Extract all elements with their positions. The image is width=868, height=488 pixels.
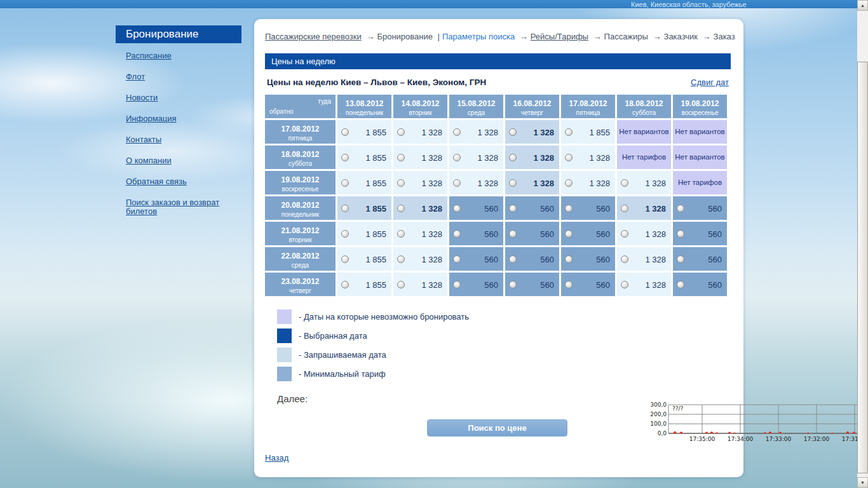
sidebar-item-7[interactable]: Поиск заказов и возврат билетов [126, 198, 237, 216]
price-radio[interactable] [341, 128, 349, 136]
price-cell[interactable]: 1 328 [393, 171, 447, 194]
back-link[interactable]: Назад [265, 453, 288, 463]
price-radio[interactable] [565, 205, 573, 212]
price-radio[interactable] [565, 128, 573, 136]
price-radio[interactable] [677, 281, 684, 288]
price-cell[interactable]: 560 [449, 247, 503, 271]
price-cell[interactable]: 560 [449, 273, 503, 296]
price-cell[interactable]: 1 328 [393, 247, 447, 271]
price-radio[interactable] [341, 179, 349, 187]
price-cell[interactable]: 1 328 [617, 247, 671, 271]
price-cell[interactable]: 1 855 [337, 247, 391, 271]
breadcrumb-segment-0[interactable]: Пассажирские перевозки [265, 32, 362, 41]
price-radio[interactable] [397, 179, 405, 187]
price-cell[interactable]: 1 328 [393, 273, 447, 296]
sidebar-item-4[interactable]: Контакты [126, 135, 237, 144]
price-cell[interactable]: 560 [561, 222, 615, 245]
price-cell[interactable]: 560 [505, 247, 559, 271]
price-cell[interactable]: 560 [561, 247, 615, 271]
price-radio[interactable] [397, 128, 405, 136]
price-cell[interactable]: 1 328 [449, 146, 503, 169]
price-cell[interactable]: 560 [561, 273, 615, 296]
search-by-price-button[interactable]: Поиск по цене [427, 419, 567, 437]
price-radio[interactable] [621, 255, 628, 263]
price-cell[interactable]: 1 855 [337, 120, 391, 144]
price-radio[interactable] [621, 281, 628, 288]
scrollbar-thumb[interactable] [857, 62, 868, 473]
price-radio[interactable] [341, 230, 349, 238]
price-cell[interactable]: 1 328 [393, 222, 447, 245]
price-radio[interactable] [565, 154, 573, 161]
price-cell[interactable]: 1 328 [617, 196, 671, 220]
price-radio[interactable] [677, 230, 684, 238]
price-radio[interactable] [565, 281, 573, 288]
price-radio[interactable] [453, 281, 461, 288]
price-radio[interactable] [341, 154, 349, 161]
price-cell[interactable]: 560 [673, 222, 727, 245]
price-radio[interactable] [341, 281, 349, 288]
price-cell[interactable]: 560 [505, 273, 559, 296]
price-radio[interactable] [565, 179, 573, 187]
price-radio[interactable] [677, 205, 684, 212]
price-cell[interactable]: 1 328 [561, 171, 615, 194]
price-radio[interactable] [565, 255, 573, 263]
price-cell[interactable]: 1 855 [561, 120, 615, 144]
price-radio[interactable] [453, 255, 461, 263]
price-radio[interactable] [621, 205, 628, 212]
price-cell[interactable]: 560 [561, 196, 615, 220]
scrollbar-down-button[interactable]: ▼ [857, 477, 868, 488]
price-cell[interactable]: 560 [673, 196, 727, 220]
price-cell[interactable]: 1 328 [393, 196, 447, 220]
price-radio[interactable] [341, 255, 349, 263]
price-cell[interactable]: 560 [505, 222, 559, 245]
sidebar-item-2[interactable]: Новости [126, 93, 237, 102]
price-cell[interactable]: 1 328 [561, 146, 615, 169]
price-radio[interactable] [341, 205, 349, 212]
price-cell[interactable]: 1 855 [337, 146, 391, 169]
scrollbar-up-button[interactable]: ▲ [857, 0, 868, 11]
sidebar-item-3[interactable]: Информация [126, 114, 237, 123]
price-cell[interactable]: 560 [673, 273, 727, 296]
price-radio[interactable] [397, 154, 405, 161]
price-radio[interactable] [509, 205, 517, 212]
price-radio[interactable] [621, 179, 628, 187]
price-cell[interactable]: 1 328 [449, 120, 503, 144]
price-radio[interactable] [509, 154, 517, 161]
price-cell[interactable]: 1 328 [617, 171, 671, 194]
price-radio[interactable] [397, 205, 405, 212]
shift-dates-link[interactable]: Сдвиг дат [691, 78, 729, 87]
price-cell[interactable]: 560 [449, 196, 503, 220]
price-cell[interactable]: 560 [505, 196, 559, 220]
price-radio[interactable] [677, 255, 684, 263]
price-cell[interactable]: 1 328 [617, 222, 671, 245]
sidebar-item-1[interactable]: Флот [126, 72, 237, 81]
price-cell[interactable]: 560 [673, 247, 727, 271]
price-cell[interactable]: 1 855 [337, 222, 391, 245]
price-cell[interactable]: 560 [449, 222, 503, 245]
price-cell[interactable]: 1 855 [337, 273, 391, 296]
price-cell[interactable]: 1 328 [505, 146, 559, 169]
sidebar-item-5[interactable]: О компании [126, 156, 237, 165]
sidebar-item-6[interactable]: Обратная связь [126, 177, 237, 186]
price-radio[interactable] [397, 255, 405, 263]
price-cell[interactable]: 1 855 [337, 196, 391, 220]
sidebar-item-0[interactable]: Расписание [126, 51, 237, 60]
price-cell[interactable]: 1 328 [393, 146, 447, 169]
price-radio[interactable] [509, 255, 517, 263]
price-radio[interactable] [453, 154, 461, 161]
price-radio[interactable] [453, 128, 461, 136]
price-radio[interactable] [509, 230, 517, 238]
price-radio[interactable] [397, 230, 405, 238]
breadcrumb-segment-6[interactable]: Рейсы/Тарифы [531, 32, 588, 41]
price-radio[interactable] [453, 205, 461, 212]
price-radio[interactable] [397, 281, 405, 288]
price-radio[interactable] [509, 179, 517, 187]
price-cell[interactable]: 1 855 [337, 171, 391, 194]
price-cell[interactable]: 1 328 [505, 120, 559, 144]
price-radio[interactable] [509, 281, 517, 288]
price-cell[interactable]: 1 328 [505, 171, 559, 194]
price-cell[interactable]: 1 328 [617, 273, 671, 296]
price-radio[interactable] [565, 230, 573, 238]
price-radio[interactable] [509, 128, 517, 136]
price-radio[interactable] [453, 230, 461, 238]
